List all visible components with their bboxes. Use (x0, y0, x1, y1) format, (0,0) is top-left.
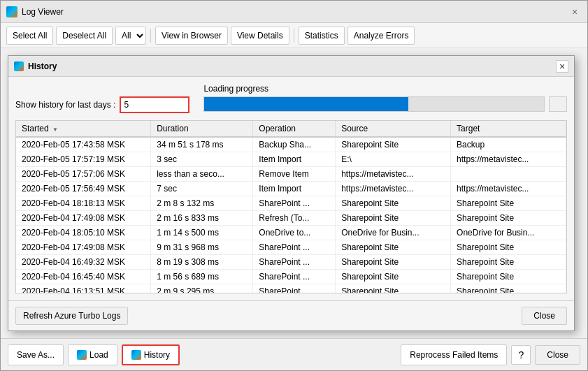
cell-duration: 7 sec (151, 182, 253, 196)
table-row[interactable]: 2020-Feb-04 17:49:08 MSK2 m 16 s 833 msR… (16, 211, 566, 226)
cell-target: OneDrive for Busin... (451, 226, 566, 240)
refresh-azure-button[interactable]: Refresh Azure Turbo Logs (15, 307, 128, 325)
table-row[interactable]: 2020-Feb-04 18:18:13 MSK2 m 8 s 132 msSh… (16, 196, 566, 211)
progress-cancel-button[interactable] (549, 96, 567, 112)
dialog-title: History (28, 61, 556, 71)
table-row[interactable]: 2020-Feb-05 17:56:49 MSK7 secItem Import… (16, 182, 566, 196)
col-duration-label: Duration (157, 124, 188, 133)
history-button[interactable]: History (122, 344, 180, 365)
col-source-label: Source (341, 124, 368, 133)
history-table-container[interactable]: Started ▼ Duration Operation (15, 120, 567, 293)
table-row[interactable]: 2020-Feb-04 18:05:10 MSK1 m 14 s 500 msO… (16, 226, 566, 240)
cell-target: https://metavistec... (451, 152, 566, 167)
col-duration[interactable]: Duration (151, 121, 253, 137)
table-row[interactable]: 2020-Feb-04 16:13:51 MSK2 m 9 s 295 msSh… (16, 284, 566, 294)
bottom-bar: Save As... Load History Reprocess Failed… (1, 338, 587, 370)
cell-operation: SharePoint ... (253, 255, 336, 270)
reprocess-label: Reprocess Failed Items (410, 350, 498, 360)
cell-duration: 34 m 51 s 178 ms (151, 137, 253, 152)
cell-target: Sharepoint Site (451, 284, 566, 294)
window-close-button[interactable]: × (568, 5, 582, 19)
filter-select[interactable]: All (115, 27, 146, 45)
cell-started: 2020-Feb-05 17:56:49 MSK (16, 182, 151, 196)
cell-started: 2020-Feb-04 17:49:08 MSK (16, 211, 151, 226)
dialog-footer-right: Close (522, 307, 567, 325)
history-days-input[interactable] (120, 96, 189, 113)
help-icon: ? (518, 349, 524, 361)
cell-target: Sharepoint Site (451, 196, 566, 211)
history-days-section: Show history for last days : (15, 96, 189, 113)
sort-arrow-started: ▼ (52, 126, 58, 133)
close-main-button[interactable]: Close (535, 345, 580, 365)
select-all-button[interactable]: Select All (6, 27, 53, 45)
dialog-footer-left: Refresh Azure Turbo Logs (15, 307, 128, 325)
loading-progress-row (203, 96, 567, 112)
col-source[interactable]: Source (336, 121, 451, 137)
dialog-body: Show history for last days : Loading pro… (8, 77, 574, 300)
table-row[interactable]: 2020-Feb-05 17:43:58 MSK34 m 51 s 178 ms… (16, 137, 566, 152)
col-operation[interactable]: Operation (253, 121, 336, 137)
cell-target: Backup (451, 137, 566, 152)
cell-started: 2020-Feb-04 16:49:32 MSK (16, 255, 151, 270)
cell-target (451, 167, 566, 182)
cell-started: 2020-Feb-04 16:45:40 MSK (16, 270, 151, 284)
progress-bar-container (203, 96, 545, 112)
cell-started: 2020-Feb-04 18:05:10 MSK (16, 226, 151, 240)
help-button[interactable]: ? (511, 345, 531, 365)
cell-duration: 8 m 19 s 308 ms (151, 255, 253, 270)
loading-progress-section: Loading progress (203, 84, 567, 112)
load-label: Load (89, 350, 108, 360)
table-row[interactable]: 2020-Feb-05 17:57:19 MSK3 secItem Import… (16, 152, 566, 167)
main-content: History × Show history for last days : L… (1, 48, 587, 338)
cell-duration: 9 m 31 s 968 ms (151, 240, 253, 255)
load-button[interactable]: Load (68, 344, 117, 365)
table-row[interactable]: 2020-Feb-04 16:49:32 MSK8 m 19 s 308 msS… (16, 255, 566, 270)
dialog-close-btn[interactable]: Close (522, 307, 567, 325)
view-in-browser-button[interactable]: View in Browser (155, 27, 228, 45)
table-row[interactable]: 2020-Feb-04 16:45:40 MSK1 m 56 s 689 msS… (16, 270, 566, 284)
cell-source: https://metavistec... (336, 182, 451, 196)
history-table: Started ▼ Duration Operation (16, 121, 566, 293)
cell-operation: SharePoint ... (253, 284, 336, 294)
cell-source: E:\ (336, 152, 451, 167)
cell-operation: SharePoint ... (253, 270, 336, 284)
cell-source: https://metavistec... (336, 167, 451, 182)
deselect-all-button[interactable]: Deselect All (56, 27, 113, 45)
cell-operation: SharePoint ... (253, 196, 336, 211)
app-icon (6, 6, 17, 17)
cell-source: Sharepoint Site (336, 240, 451, 255)
cell-started: 2020-Feb-05 17:43:58 MSK (16, 137, 151, 152)
col-target[interactable]: Target (451, 121, 566, 137)
title-bar: Log Viewer × (1, 1, 587, 23)
col-started-label: Started (22, 124, 49, 133)
save-as-button[interactable]: Save As... (8, 344, 64, 365)
col-started[interactable]: Started ▼ (16, 121, 151, 137)
cell-started: 2020-Feb-04 17:49:08 MSK (16, 240, 151, 255)
loading-progress-label: Loading progress (203, 84, 567, 94)
view-details-button[interactable]: View Details (231, 27, 289, 45)
cell-source: OneDrive for Busin... (336, 226, 451, 240)
cell-duration: 2 m 9 s 295 ms (151, 284, 253, 294)
toolbar-separator-2 (294, 29, 294, 43)
table-header-row: Started ▼ Duration Operation (16, 121, 566, 137)
statistics-button[interactable]: Statistics (299, 27, 345, 45)
cell-operation: Item Import (253, 152, 336, 167)
dialog-top-row: Show history for last days : Loading pro… (15, 84, 567, 113)
show-history-label: Show history for last days : (15, 100, 115, 110)
dialog-icon (14, 61, 24, 71)
reprocess-button[interactable]: Reprocess Failed Items (401, 344, 507, 365)
cell-source: Sharepoint Site (336, 137, 451, 152)
cell-started: 2020-Feb-04 18:18:13 MSK (16, 196, 151, 211)
analyze-errors-button[interactable]: Analyze Errors (347, 27, 415, 45)
table-row[interactable]: 2020-Feb-05 17:57:06 MSKless than a seco… (16, 167, 566, 182)
cell-duration: 2 m 8 s 132 ms (151, 196, 253, 211)
history-dialog: History × Show history for last days : L… (8, 55, 575, 331)
dialog-close-button[interactable]: × (556, 60, 568, 73)
cell-duration: 1 m 14 s 500 ms (151, 226, 253, 240)
cell-source: Sharepoint Site (336, 255, 451, 270)
table-row[interactable]: 2020-Feb-04 17:49:08 MSK9 m 31 s 968 msS… (16, 240, 566, 255)
toolbar-separator-1 (150, 29, 151, 43)
cell-operation: Backup Sha... (253, 137, 336, 152)
dialog-footer: Refresh Azure Turbo Logs Close (8, 300, 574, 330)
main-window: Log Viewer × Select All Deselect All All… (0, 0, 588, 371)
